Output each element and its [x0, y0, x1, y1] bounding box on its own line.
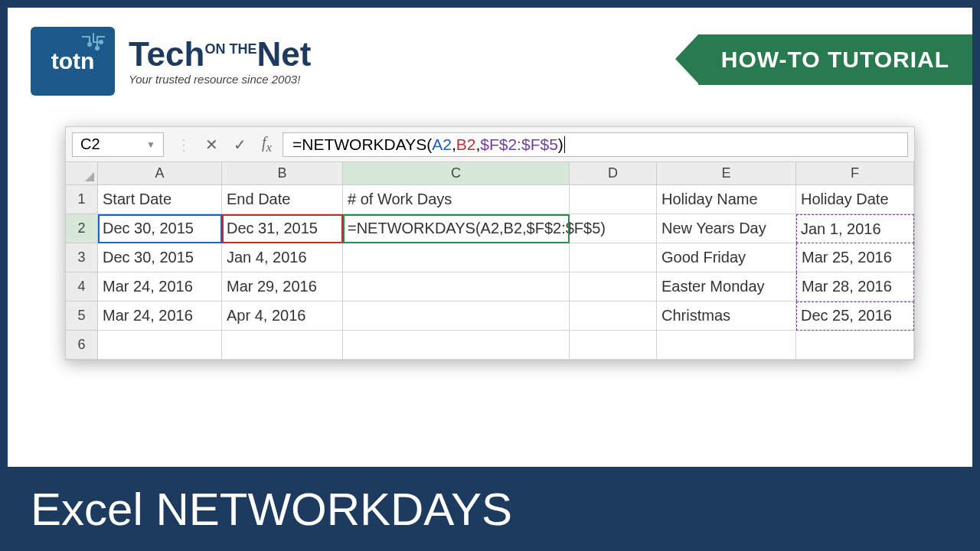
cell-c5[interactable] — [343, 302, 570, 331]
logo-text: TechON THENet Your trusted resource sinc… — [129, 37, 311, 86]
cell-f1[interactable]: Holiday Date — [796, 185, 914, 214]
cell-b3[interactable]: Jan 4, 2016 — [222, 243, 343, 272]
col-header-a[interactable]: A — [98, 162, 222, 185]
cell-e2[interactable]: New Years Day — [657, 214, 796, 243]
row-header-3[interactable]: 3 — [66, 243, 98, 272]
enter-icon[interactable]: ✓ — [226, 135, 254, 154]
svg-point-2 — [96, 47, 99, 50]
ribbon-banner: HOW-TO TUTORIAL — [698, 34, 972, 85]
cell-c4[interactable] — [343, 272, 570, 302]
cell-a2[interactable]: Dec 30, 2015 — [98, 214, 222, 243]
spreadsheet-grid[interactable]: A B C D E F 1 Start Date End Date # of W… — [66, 162, 914, 360]
row-header-6[interactable]: 6 — [66, 331, 98, 360]
cell-b4[interactable]: Mar 29, 2016 — [222, 272, 343, 302]
cell-a3[interactable]: Dec 30, 2015 — [98, 243, 222, 272]
name-box[interactable]: C2 ▼ — [72, 132, 164, 157]
col-header-e[interactable]: E — [657, 162, 796, 185]
formula-fn: =NETWORKDAYS( — [292, 135, 432, 154]
svg-point-0 — [88, 43, 91, 46]
cell-e5[interactable]: Christmas — [657, 302, 796, 331]
logo-pre: Tech — [129, 35, 204, 73]
row-header-4[interactable]: 4 — [66, 272, 98, 302]
separator: ⋮ — [170, 135, 198, 154]
col-header-b[interactable]: B — [222, 162, 343, 185]
formula-suffix: ) — [558, 135, 564, 154]
select-all-corner[interactable] — [66, 162, 98, 185]
cell-a5[interactable]: Mar 24, 2016 — [98, 302, 222, 331]
cell-b5[interactable]: Apr 4, 2016 — [222, 302, 343, 331]
formula-arg1: A2 — [432, 135, 452, 154]
cancel-icon[interactable]: ✕ — [198, 135, 226, 154]
formula-input[interactable]: =NETWORKDAYS(A2,B2,$F$2:$F$5) — [283, 132, 908, 157]
dropdown-icon[interactable]: ▼ — [146, 139, 155, 150]
cell-f4[interactable]: Mar 28, 2016 — [796, 272, 914, 302]
formula-bar: C2 ▼ ⋮ ✕ ✓ fx =NETWORKDAYS(A2,B2,$F$2:$F… — [66, 127, 914, 162]
logo-icon: totn — [31, 27, 115, 96]
cell-f2[interactable]: Jan 1, 2016 — [796, 214, 914, 243]
logo-post: Net — [256, 35, 311, 73]
cell-e1[interactable]: Holiday Name — [657, 185, 796, 214]
circuit-icon — [78, 33, 109, 64]
header: totn TechON THENet Your trusted resource… — [8, 8, 972, 96]
cell-a6[interactable] — [98, 331, 222, 360]
row-header-2[interactable]: 2 — [66, 214, 98, 243]
cell-d4[interactable] — [570, 272, 657, 302]
col-header-d[interactable]: D — [570, 162, 657, 185]
cell-c2[interactable]: =NETWORKDAYS(A2,B2,$F$2:$F$5) — [343, 214, 570, 243]
logo-title: TechON THENet — [129, 37, 311, 71]
cell-c6[interactable] — [343, 331, 570, 360]
cell-f6[interactable] — [796, 331, 914, 360]
excel-window: C2 ▼ ⋮ ✕ ✓ fx =NETWORKDAYS(A2,B2,$F$2:$F… — [65, 126, 915, 360]
cell-f5[interactable]: Dec 25, 2016 — [796, 302, 914, 331]
cursor — [564, 136, 565, 153]
cell-d5[interactable] — [570, 302, 657, 331]
footer-title: Excel NETWORKDAYS — [0, 467, 980, 551]
cell-d6[interactable] — [570, 331, 657, 360]
cell-e6[interactable] — [657, 331, 796, 360]
cell-e4[interactable]: Easter Monday — [657, 272, 796, 302]
logo-tagline: Your trusted resource since 2003! — [129, 73, 311, 86]
svg-point-1 — [100, 41, 103, 44]
logo-small: ON THE — [204, 41, 256, 57]
cell-d1[interactable] — [570, 185, 657, 214]
formula-arg2: B2 — [456, 135, 476, 154]
cell-b1[interactable]: End Date — [222, 185, 343, 214]
cell-e3[interactable]: Good Friday — [657, 243, 796, 272]
fx-icon[interactable]: fx — [254, 134, 279, 155]
cell-b6[interactable] — [222, 331, 343, 360]
cell-b2[interactable]: Dec 31, 2015 — [222, 214, 343, 243]
cell-a1[interactable]: Start Date — [98, 185, 222, 214]
cell-c3[interactable] — [343, 243, 570, 272]
cell-d3[interactable] — [570, 243, 657, 272]
logo-block: totn TechON THENet Your trusted resource… — [31, 27, 311, 96]
col-header-f[interactable]: F — [796, 162, 914, 185]
formula-arg3: $F$2:$F$5 — [480, 135, 558, 154]
cell-c1[interactable]: # of Work Days — [343, 185, 570, 214]
cell-a4[interactable]: Mar 24, 2016 — [98, 272, 222, 302]
row-header-1[interactable]: 1 — [66, 185, 98, 214]
cell-reference: C2 — [80, 135, 100, 153]
cell-f3[interactable]: Mar 25, 2016 — [796, 243, 914, 272]
row-header-5[interactable]: 5 — [66, 302, 98, 331]
col-header-c[interactable]: C — [343, 162, 570, 185]
